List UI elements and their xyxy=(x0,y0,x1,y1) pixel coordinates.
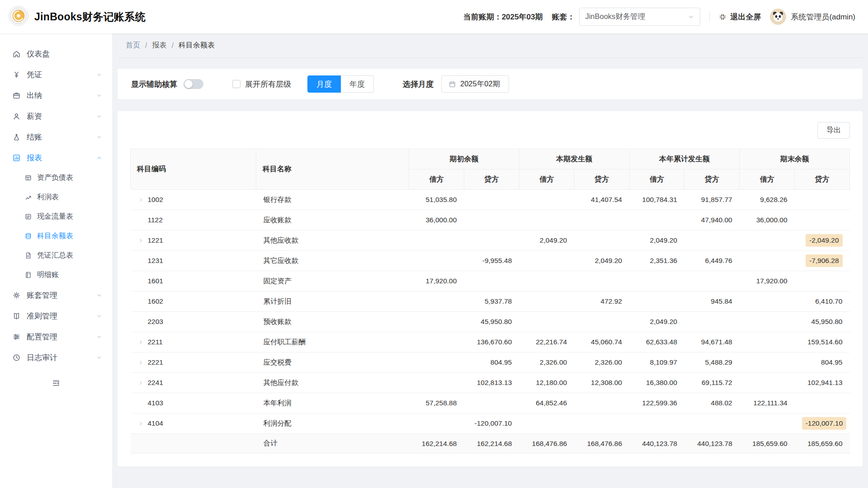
account-code: 1122 xyxy=(148,216,163,224)
sidebar-item-reports[interactable]: 报表 xyxy=(0,147,112,168)
amount-cell xyxy=(740,291,795,312)
period-picker[interactable]: 2025年02期 xyxy=(441,75,509,93)
amount-cell: 12,180.00 xyxy=(519,373,574,393)
collapse-sidebar-button[interactable] xyxy=(0,375,112,391)
sidebar-item-detail-ledger[interactable]: 明细账 xyxy=(0,265,112,285)
col-group-header-2: 本年累计发生额 xyxy=(629,149,740,169)
exit-fullscreen-button[interactable]: 退出全屏 xyxy=(719,12,761,22)
chevron-down-icon xyxy=(96,93,102,99)
config-mgmt-icon xyxy=(12,333,21,341)
sidebar-item-income-statement[interactable]: 利润表 xyxy=(0,188,112,207)
table-row: 1231其它应收款-9,955.482,049.202,351.366,449.… xyxy=(131,251,850,271)
sidebar-menu: 仪表盘凭证出纳薪资结账报表资产负债表利润表现金流量表科目余额表凭证汇总表明细账账… xyxy=(0,43,112,368)
amount-cell xyxy=(740,352,795,373)
month-mode-button[interactable]: 月度 xyxy=(307,75,341,93)
amount-cell: 41,407.54 xyxy=(574,190,629,210)
sidebar-item-config-mgmt[interactable]: 配置管理 xyxy=(0,326,112,347)
expand-row-icon[interactable] xyxy=(138,421,144,427)
amount-cell: 45,950.80 xyxy=(795,312,850,332)
amount-cell xyxy=(464,190,519,210)
breadcrumb-current: 科目余额表 xyxy=(179,41,215,50)
expand-row-icon[interactable] xyxy=(138,360,144,366)
amount-cell xyxy=(409,291,464,312)
export-row: 导出 xyxy=(130,122,850,139)
amount-cell: 2,326.00 xyxy=(519,352,574,373)
account-balance-icon xyxy=(24,232,32,240)
amount-cell: 488.02 xyxy=(684,393,740,413)
account-name: 应付职工薪酬 xyxy=(256,332,409,352)
expand-row-icon[interactable] xyxy=(138,197,144,203)
amount-cell xyxy=(795,210,850,230)
sidebar-item-balance-sheet[interactable]: 资产负债表 xyxy=(0,168,112,188)
amount-cell xyxy=(684,271,740,291)
sidebar-item-dashboard[interactable]: 仪表盘 xyxy=(0,43,112,64)
sidebar-item-closing[interactable]: 结账 xyxy=(0,127,112,147)
col-header-credit-2: 贷方 xyxy=(684,169,740,190)
row-indent xyxy=(138,278,144,284)
sidebar-item-label: 薪资 xyxy=(27,111,90,122)
sidebar-item-payroll[interactable]: 薪资 xyxy=(0,106,112,127)
export-button[interactable]: 导出 xyxy=(817,122,850,139)
book-select[interactable]: JinBooks财务管理 xyxy=(579,8,700,26)
current-period-value: 2025年03期 xyxy=(502,13,543,21)
sidebar-item-voucher[interactable]: 凭证 xyxy=(0,64,112,85)
sidebar-item-label: 凭证 xyxy=(27,70,90,80)
expand-all-field: 展开所有层级 xyxy=(232,79,291,89)
year-mode-button[interactable]: 年度 xyxy=(341,75,374,93)
amount-cell: 2,049.20 xyxy=(629,230,684,251)
balance-sheet-icon xyxy=(24,174,32,182)
sidebar-item-account-balance[interactable]: 科目余额表 xyxy=(0,226,112,246)
account-name: 银行存款 xyxy=(256,190,409,210)
current-period-label: 当前账期： xyxy=(463,13,502,21)
sidebar-item-voucher-summary[interactable]: 凭证汇总表 xyxy=(0,246,112,265)
sidebar-item-book-mgmt[interactable]: 账套管理 xyxy=(0,285,112,305)
expand-row-icon[interactable] xyxy=(138,339,144,345)
sidebar-item-label: 科目余额表 xyxy=(37,231,73,241)
amount-cell: 17,920.00 xyxy=(409,271,464,291)
total-row: 合计162,214.68162,214.68168,476.86168,476.… xyxy=(131,434,850,454)
amount-cell xyxy=(464,393,519,413)
user-menu[interactable]: 系统管理员(admin) xyxy=(770,9,855,25)
amount-cell: 91,857.77 xyxy=(684,190,740,210)
top-header: JinBooks财务记账系统 当前账期：2025年03期 账套： JinBook… xyxy=(0,0,868,33)
account-name: 其它应收款 xyxy=(256,251,409,271)
table-row: 2221应交税费804.952,326.002,326.008,109.975,… xyxy=(131,352,850,373)
col-header-credit-1: 贷方 xyxy=(574,169,629,190)
sidebar-item-cashier[interactable]: 出纳 xyxy=(0,85,112,106)
amount-cell xyxy=(574,271,629,291)
amount-cell xyxy=(629,210,684,230)
breadcrumb-home[interactable]: 首页 xyxy=(126,41,140,50)
amount-cell: 47,940.00 xyxy=(684,210,740,230)
account-name: 应交税费 xyxy=(256,352,409,373)
amount-cell xyxy=(409,251,464,271)
amount-cell: 102,941.13 xyxy=(795,373,850,393)
total-amount-cell: 162,214.68 xyxy=(464,434,519,454)
amount-cell: 6,449.76 xyxy=(684,251,740,271)
table-header: 科目编码科目名称期初余额本期发生额本年累计发生额期末余额借方贷方借方贷方借方贷方… xyxy=(131,149,850,190)
breadcrumb-separator: / xyxy=(171,42,173,50)
amount-cell: 136,670.60 xyxy=(464,332,519,352)
amount-cell: 36,000.00 xyxy=(409,210,464,230)
amount-cell xyxy=(574,413,629,434)
amount-cell xyxy=(629,271,684,291)
sidebar-item-audit-log[interactable]: 日志审计 xyxy=(0,347,112,368)
amount-cell xyxy=(464,230,519,251)
amount-cell: 16,380.00 xyxy=(629,373,684,393)
amount-cell: 6,410.70 xyxy=(795,291,850,312)
amount-cell xyxy=(740,373,795,393)
sidebar-item-standard-mgmt[interactable]: 准则管理 xyxy=(0,305,112,326)
sidebar-item-label: 出纳 xyxy=(27,90,90,101)
sidebar-item-cash-flow[interactable]: 现金流量表 xyxy=(0,207,112,226)
expand-row-icon[interactable] xyxy=(138,380,144,386)
account-code: 1602 xyxy=(148,297,163,305)
aux-toggle[interactable] xyxy=(184,79,203,89)
table-row: 1221其他应收款2,049.202,049.20-2,049.20 xyxy=(131,230,850,251)
amount-cell: 804.95 xyxy=(464,352,519,373)
sidebar-item-label: 明细账 xyxy=(37,270,59,280)
expand-all-checkbox[interactable] xyxy=(232,80,241,88)
amount-cell xyxy=(519,291,574,312)
total-amount-cell: 168,476.86 xyxy=(519,434,574,454)
expand-row-icon[interactable] xyxy=(138,238,144,244)
amount-cell xyxy=(574,312,629,332)
row-indent xyxy=(138,299,144,305)
